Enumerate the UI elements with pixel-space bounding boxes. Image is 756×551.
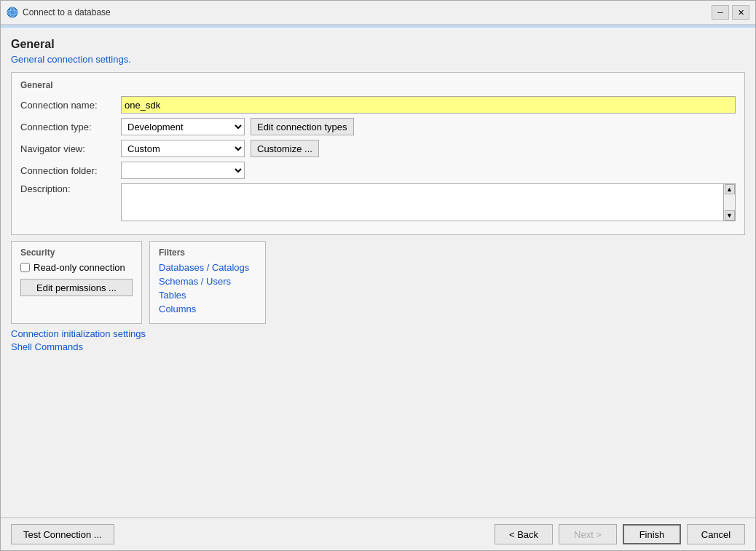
customize-button[interactable]: Customize ... <box>251 140 319 157</box>
filter-tables-link[interactable]: Tables <box>159 290 256 301</box>
edit-connection-types-button[interactable]: Edit connection types <box>251 118 354 135</box>
security-label: Security <box>20 247 133 258</box>
description-textarea[interactable] <box>121 183 724 221</box>
readonly-checkbox[interactable] <box>20 263 30 272</box>
link-section: Connection initialization settings Shell… <box>11 328 745 354</box>
general-section: General Connection name: Connection type… <box>11 72 745 235</box>
readonly-row: Read-only connection <box>20 262 133 273</box>
next-button[interactable]: Next > <box>559 524 617 544</box>
connection-name-input[interactable] <box>121 96 736 114</box>
page-subtitle: General connection settings. <box>11 54 745 65</box>
test-connection-button[interactable]: Test Connection ... <box>11 524 114 544</box>
filters-section: Filters Databases / Catalogs Schemas / U… <box>149 241 266 324</box>
footer-left: Test Connection ... <box>11 524 114 544</box>
navigator-view-label: Navigator view: <box>20 143 115 154</box>
title-bar: Connect to a database ─ ✕ <box>1 1 755 25</box>
filter-schemas-link[interactable]: Schemas / Users <box>159 276 256 287</box>
connection-init-link[interactable]: Connection initialization settings <box>11 328 745 339</box>
content-area: General General connection settings. Gen… <box>1 29 755 518</box>
description-row: Description: ▲ ▼ <box>20 183 736 221</box>
navigator-view-select[interactable]: Custom Default <box>121 140 245 157</box>
connection-type-label: Connection type: <box>20 122 115 132</box>
description-wrapper: ▲ ▼ <box>121 183 736 221</box>
navigator-view-row: Navigator view: Custom Default Customize… <box>20 140 736 157</box>
readonly-label: Read-only connection <box>34 262 125 273</box>
title-bar-controls: ─ ✕ <box>712 5 749 20</box>
general-section-label: General <box>20 80 736 90</box>
edit-permissions-button[interactable]: Edit permissions ... <box>20 279 133 296</box>
cancel-button[interactable]: Cancel <box>687 524 745 544</box>
svg-point-0 <box>7 7 17 17</box>
connection-type-row: Connection type: Development Production … <box>20 118 736 135</box>
description-label: Description: <box>20 183 115 194</box>
footer: Test Connection ... < Back Next > Finish… <box>1 518 755 550</box>
filter-columns-link[interactable]: Columns <box>159 304 256 314</box>
connection-folder-row: Connection folder: <box>20 162 736 179</box>
progress-bar <box>1 25 755 28</box>
title-bar-text: Connect to a database <box>23 7 707 17</box>
app-icon <box>7 7 18 18</box>
footer-right: < Back Next > Finish Cancel <box>120 524 745 544</box>
connection-folder-select[interactable] <box>121 162 245 179</box>
filters-label: Filters <box>159 247 256 258</box>
page-title: General <box>11 38 745 51</box>
filter-databases-link[interactable]: Databases / Catalogs <box>159 262 256 273</box>
back-button[interactable]: < Back <box>495 524 553 544</box>
scrollbar-up-button[interactable]: ▲ <box>725 184 735 194</box>
scrollbar-down-button[interactable]: ▼ <box>725 210 735 221</box>
minimize-button[interactable]: ─ <box>712 5 729 20</box>
main-window: Connect to a database ─ ✕ General Genera… <box>0 0 756 551</box>
finish-button[interactable]: Finish <box>623 524 681 544</box>
close-button[interactable]: ✕ <box>732 5 749 20</box>
connection-folder-label: Connection folder: <box>20 165 115 176</box>
description-scrollbar: ▲ ▼ <box>724 183 736 221</box>
connection-type-select[interactable]: Development Production Test <box>121 118 245 135</box>
connection-name-row: Connection name: <box>20 96 736 114</box>
security-section: Security Read-only connection Edit permi… <box>11 241 142 324</box>
connection-name-label: Connection name: <box>20 100 115 111</box>
shell-commands-link[interactable]: Shell Commands <box>11 341 745 352</box>
lower-section: Security Read-only connection Edit permi… <box>11 241 745 324</box>
